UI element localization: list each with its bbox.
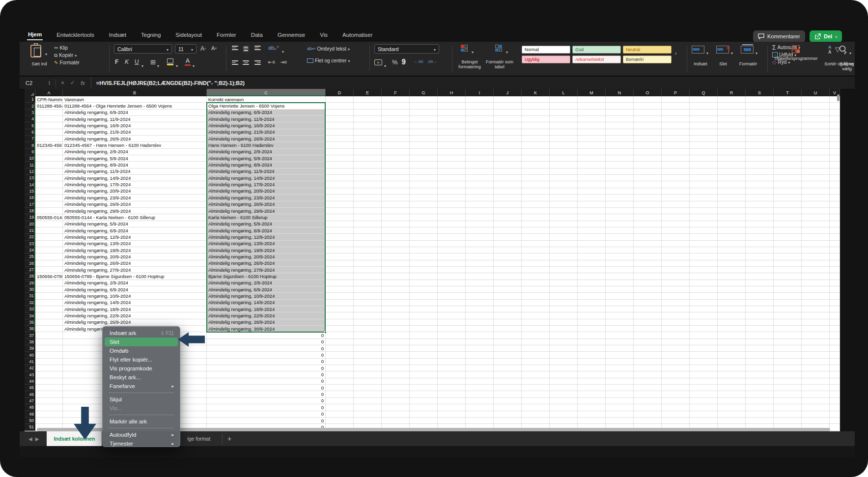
cell-E5[interactable] <box>354 122 382 129</box>
row-header-9[interactable]: 9 <box>25 149 35 155</box>
cell-C9[interactable]: Almindelig rengøring, 2/9-2024 <box>207 149 326 155</box>
cell-J46[interactable] <box>494 391 522 397</box>
column-header-d[interactable]: D <box>326 89 354 96</box>
cell-R7[interactable] <box>718 136 746 142</box>
cell-S20[interactable] <box>746 221 774 227</box>
cell-F3[interactable] <box>382 110 410 116</box>
cell-J41[interactable] <box>494 359 522 365</box>
cell-S47[interactable] <box>746 398 774 404</box>
row-header-1[interactable]: 1 <box>25 96 35 103</box>
cell-E27[interactable] <box>354 267 382 273</box>
insert-function-icon[interactable]: fx <box>81 80 85 86</box>
cell-C28[interactable]: Bjarne Sigurdsen - 6100 Hoptrup <box>207 273 326 280</box>
cell-D44[interactable] <box>326 378 354 385</box>
cell-B15[interactable]: Almindelig rengøring, 20/9-2024 <box>63 188 207 195</box>
cell-D33[interactable] <box>326 306 354 312</box>
cell-M44[interactable] <box>578 378 606 385</box>
cell-Q11[interactable] <box>690 162 718 168</box>
cell-C48[interactable]: 0 <box>207 404 326 411</box>
ribbon-tab-gennemse[interactable]: Gennemse <box>277 30 306 40</box>
cell-J49[interactable] <box>494 411 522 418</box>
cell-P13[interactable] <box>662 175 690 181</box>
cell-A41[interactable] <box>35 359 63 365</box>
cell-Q24[interactable] <box>690 247 718 253</box>
orientation-icon[interactable]: ab⤢ <box>268 45 279 51</box>
cell-H24[interactable] <box>438 247 466 253</box>
cell-D43[interactable] <box>326 371 354 378</box>
cell-P43[interactable] <box>662 371 690 378</box>
cell-N36[interactable] <box>606 326 634 332</box>
cell-U24[interactable] <box>802 247 830 253</box>
cell-D23[interactable] <box>326 241 354 247</box>
cell-D8[interactable] <box>326 142 354 148</box>
cell-F46[interactable] <box>382 391 410 397</box>
cell-J24[interactable] <box>494 247 522 253</box>
share-button[interactable]: Del <box>810 30 842 42</box>
cell-U17[interactable] <box>802 201 830 208</box>
cell-U41[interactable] <box>802 359 830 365</box>
cell-O37[interactable] <box>634 332 662 338</box>
cell-S23[interactable] <box>746 241 774 247</box>
cell-N42[interactable] <box>606 365 634 371</box>
cell-O11[interactable] <box>634 162 662 168</box>
cell-T4[interactable] <box>774 116 802 122</box>
cell-P22[interactable] <box>662 234 690 240</box>
cell-N12[interactable] <box>606 168 634 175</box>
cell-S45[interactable] <box>746 385 774 391</box>
cell-L13[interactable] <box>550 175 578 181</box>
cell-I39[interactable] <box>466 345 494 352</box>
cell-J33[interactable] <box>494 306 522 312</box>
bold-button[interactable]: F <box>115 58 118 65</box>
cell-I16[interactable] <box>466 195 494 201</box>
cell-T48[interactable] <box>774 404 802 411</box>
cell-K47[interactable] <box>522 398 550 404</box>
cell-M41[interactable] <box>578 359 606 365</box>
column-header-h[interactable]: H <box>438 89 466 96</box>
cell-U47[interactable] <box>802 398 830 404</box>
cell-O24[interactable] <box>634 247 662 253</box>
cell-E49[interactable] <box>354 411 382 418</box>
cell-I48[interactable] <box>466 404 494 411</box>
cell-K8[interactable] <box>522 142 550 148</box>
cell-style-normal[interactable]: Normal <box>522 46 570 54</box>
cell-F12[interactable] <box>382 168 410 175</box>
cell-H20[interactable] <box>438 221 466 227</box>
cell-L1[interactable] <box>550 96 578 103</box>
cell-B27[interactable]: Almindelig rengøring, 27/9-2024 <box>63 267 207 273</box>
cell-I38[interactable] <box>466 339 494 345</box>
row-header-32[interactable]: 32 <box>25 300 35 306</box>
cell-S10[interactable] <box>746 155 774 162</box>
cell-O27[interactable] <box>634 267 662 273</box>
cell-T14[interactable] <box>774 181 802 188</box>
cell-S46[interactable] <box>746 391 774 397</box>
cell-G30[interactable] <box>410 286 438 293</box>
cell-I49[interactable] <box>466 411 494 418</box>
cell-V3[interactable] <box>830 110 840 116</box>
cell-Q48[interactable] <box>690 404 718 411</box>
cell-C1[interactable]: Korrekt varenavn <box>207 96 326 103</box>
cell-M14[interactable] <box>578 181 606 188</box>
cell-L37[interactable] <box>550 332 578 338</box>
cell-H10[interactable] <box>438 155 466 162</box>
cell-Q37[interactable] <box>690 332 718 338</box>
cell-C15[interactable]: Almindelig rengøring, 20/9-2024 <box>207 188 326 195</box>
cell-L36[interactable] <box>550 326 578 332</box>
cell-K13[interactable] <box>522 175 550 181</box>
cell-V34[interactable] <box>830 312 840 319</box>
cell-I28[interactable] <box>466 273 494 280</box>
copy-button[interactable]: ⧉Kopiér <box>54 52 106 59</box>
column-header-e[interactable]: E <box>354 89 382 96</box>
cell-N1[interactable] <box>606 96 634 103</box>
cell-Q46[interactable] <box>690 391 718 397</box>
cell-T37[interactable] <box>774 332 802 338</box>
cell-J4[interactable] <box>494 116 522 122</box>
cell-C18[interactable]: Almindelig rengøring, 29/9-2024 <box>207 208 326 214</box>
cell-A31[interactable] <box>35 293 63 299</box>
cell-C40[interactable]: 0 <box>207 352 326 358</box>
cell-I34[interactable] <box>466 312 494 319</box>
cell-J8[interactable] <box>494 142 522 148</box>
cell-G1[interactable] <box>410 96 438 103</box>
cell-L43[interactable] <box>550 371 578 378</box>
row-header-50[interactable]: 50 <box>25 418 35 424</box>
cell-F17[interactable] <box>382 201 410 208</box>
